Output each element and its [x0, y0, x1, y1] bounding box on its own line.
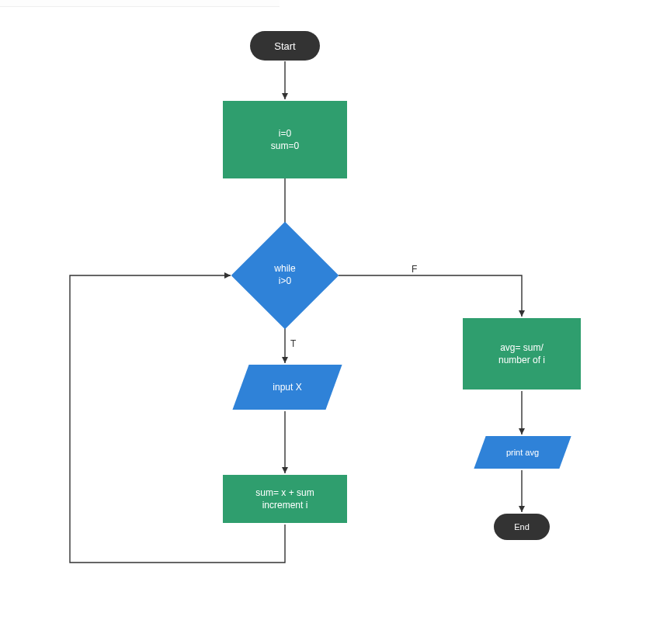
node-average: avg= sum/ number of i — [463, 318, 581, 390]
node-print: print avg — [480, 436, 565, 469]
node-print-label: print avg — [506, 448, 539, 457]
toolbar-panel-remnant — [0, 0, 280, 7]
node-accumulate-label: sum= x + sum increment i — [255, 486, 314, 511]
node-end-label: End — [514, 522, 530, 531]
edge-label-true: T — [290, 338, 296, 349]
node-accumulate: sum= x + sum increment i — [223, 475, 347, 523]
flowchart-canvas: Start i=0 sum=0 while i>0 input X sum= x… — [0, 0, 653, 644]
node-input: input X — [241, 365, 334, 410]
node-init-label: i=0 sum=0 — [271, 127, 299, 152]
node-decision-label: while i>0 — [274, 263, 295, 287]
node-end: End — [494, 514, 550, 540]
node-input-label: input X — [273, 382, 301, 393]
node-decision: while i>0 — [247, 237, 323, 313]
node-start: Start — [250, 31, 320, 61]
node-start-label: Start — [274, 40, 295, 52]
edge-label-false: F — [412, 264, 417, 275]
node-average-label: avg= sum/ number of i — [498, 341, 545, 366]
node-init: i=0 sum=0 — [223, 101, 347, 178]
